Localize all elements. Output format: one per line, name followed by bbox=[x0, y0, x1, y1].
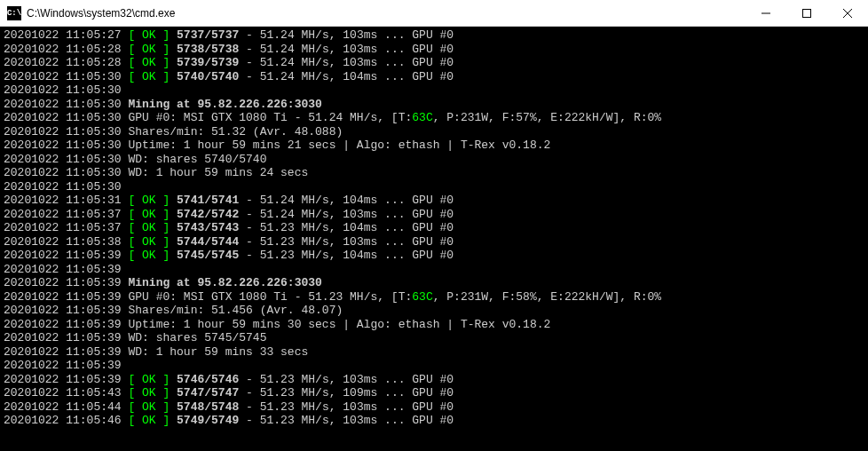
share-count: 5740/5740 bbox=[177, 70, 239, 83]
console-line: 20201022 11:05:30 Mining at 95.82.226.22… bbox=[4, 98, 864, 112]
console-line: 20201022 11:05:30 Uptime: 1 hour 59 mins… bbox=[4, 138, 864, 153]
share-count: 5746/5746 bbox=[177, 373, 239, 386]
ok-marker: [ OK ] bbox=[128, 43, 170, 56]
ok-marker: [ OK ] bbox=[128, 194, 170, 207]
console-line: 20201022 11:05:39 WD: 1 hour 59 mins 33 … bbox=[4, 345, 864, 360]
console-line: 20201022 11:05:39 Mining at 95.82.226.22… bbox=[4, 276, 864, 290]
cmd-icon: C:\ bbox=[7, 6, 21, 20]
minimize-button[interactable] bbox=[746, 0, 786, 26]
share-count: 5738/5738 bbox=[177, 43, 239, 56]
share-count: 5747/5747 bbox=[177, 386, 239, 400]
share-count: 5739/5739 bbox=[177, 56, 239, 69]
maximize-button[interactable] bbox=[786, 0, 827, 26]
console-line: 20201022 11:05:30 bbox=[4, 180, 864, 194]
ok-marker: [ OK ] bbox=[128, 208, 170, 221]
console-line: 20201022 11:05:30 GPU #0: MSI GTX 1080 T… bbox=[4, 111, 864, 125]
console-line: 20201022 11:05:30 [ OK ] 5740/5740 - 51.… bbox=[4, 70, 864, 84]
ok-marker: [ OK ] bbox=[128, 70, 170, 83]
console-line: 20201022 11:05:28 [ OK ] 5739/5739 - 51.… bbox=[4, 56, 864, 70]
ok-marker: [ OK ] bbox=[128, 235, 170, 249]
console-line: 20201022 11:05:39 Uptime: 1 hour 59 mins… bbox=[4, 318, 864, 332]
console-line: 20201022 11:05:30 WD: 1 hour 59 mins 24 … bbox=[4, 166, 864, 180]
window-controls bbox=[746, 0, 868, 26]
share-count: 5737/5737 bbox=[177, 28, 239, 42]
share-count: 5744/5744 bbox=[177, 235, 239, 249]
console-line: 20201022 11:05:30 Shares/min: 51.32 (Avr… bbox=[4, 125, 864, 139]
console-line: 20201022 11:05:37 [ OK ] 5742/5742 - 51.… bbox=[4, 208, 864, 222]
window-title: C:\Windows\system32\cmd.exe bbox=[27, 7, 746, 20]
share-count: 5741/5741 bbox=[177, 194, 239, 207]
cmd-window: C:\ C:\Windows\system32\cmd.exe 20201022… bbox=[0, 0, 868, 451]
ok-marker: [ OK ] bbox=[128, 386, 170, 400]
gpu-temp: 63C bbox=[412, 290, 432, 304]
ok-marker: [ OK ] bbox=[128, 414, 170, 427]
console-line: 20201022 11:05:39 WD: shares 5745/5745 bbox=[4, 331, 864, 345]
console-output[interactable]: 20201022 11:05:27 [ OK ] 5737/5737 - 51.… bbox=[0, 27, 868, 451]
console-line: 20201022 11:05:28 [ OK ] 5738/5738 - 51.… bbox=[4, 43, 864, 57]
console-line: 20201022 11:05:44 [ OK ] 5748/5748 - 51.… bbox=[4, 400, 864, 415]
console-line: 20201022 11:05:38 [ OK ] 5744/5744 - 51.… bbox=[4, 235, 864, 249]
share-count: 5749/5749 bbox=[177, 414, 239, 427]
console-line: 20201022 11:05:39 [ OK ] 5745/5745 - 51.… bbox=[4, 249, 864, 263]
ok-marker: [ OK ] bbox=[128, 56, 170, 69]
ok-marker: [ OK ] bbox=[128, 221, 170, 234]
ok-marker: [ OK ] bbox=[128, 249, 170, 262]
ok-marker: [ OK ] bbox=[128, 373, 170, 386]
console-line: 20201022 11:05:37 [ OK ] 5743/5743 - 51.… bbox=[4, 221, 864, 235]
console-line: 20201022 11:05:39 [ OK ] 5746/5746 - 51.… bbox=[4, 373, 864, 387]
maximize-icon bbox=[802, 9, 811, 18]
console-line: 20201022 11:05:27 [ OK ] 5737/5737 - 51.… bbox=[4, 28, 864, 43]
console-line: 20201022 11:05:31 [ OK ] 5741/5741 - 51.… bbox=[4, 194, 864, 208]
minimize-icon bbox=[761, 9, 770, 18]
ok-marker: [ OK ] bbox=[128, 28, 170, 42]
console-line: 20201022 11:05:39 bbox=[4, 263, 864, 277]
share-count: 5745/5745 bbox=[177, 249, 239, 262]
share-count: 5743/5743 bbox=[177, 221, 239, 234]
share-count: 5742/5742 bbox=[177, 208, 239, 221]
console-line: 20201022 11:05:30 WD: shares 5740/5740 bbox=[4, 153, 864, 167]
titlebar[interactable]: C:\ C:\Windows\system32\cmd.exe bbox=[0, 0, 868, 27]
svg-rect-1 bbox=[803, 9, 811, 17]
close-icon bbox=[843, 9, 852, 18]
share-count: 5748/5748 bbox=[177, 400, 239, 414]
console-line: 20201022 11:05:46 [ OK ] 5749/5749 - 51.… bbox=[4, 414, 864, 428]
console-line: 20201022 11:05:39 GPU #0: MSI GTX 1080 T… bbox=[4, 290, 864, 305]
console-line: 20201022 11:05:43 [ OK ] 5747/5747 - 51.… bbox=[4, 386, 864, 400]
console-line: 20201022 11:05:39 bbox=[4, 359, 864, 373]
console-line: 20201022 11:05:30 bbox=[4, 83, 864, 98]
console-line: 20201022 11:05:39 Shares/min: 51.456 (Av… bbox=[4, 304, 864, 318]
ok-marker: [ OK ] bbox=[128, 400, 170, 414]
gpu-temp: 63C bbox=[412, 111, 432, 124]
close-button[interactable] bbox=[827, 0, 868, 26]
